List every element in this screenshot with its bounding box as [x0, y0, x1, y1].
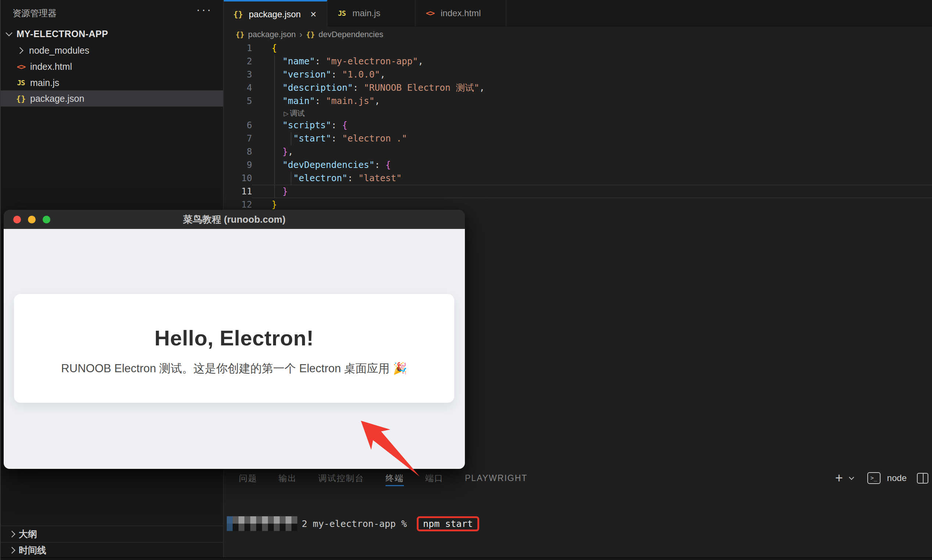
redacted-username-mosaic [227, 516, 297, 531]
explorer-title: 资源管理器 [12, 7, 57, 19]
line-number: 12 [224, 198, 252, 211]
breadcrumb-separator: › [300, 29, 303, 40]
panel-tab-bar: 问题 输出 调试控制台 终端 端口 PLAYWRIGHT [239, 469, 528, 487]
line-number: 10 [224, 172, 252, 185]
terminal-icon: >_ [867, 472, 881, 484]
sidebar-item-package-json[interactable]: {} package.json [1, 91, 223, 106]
new-terminal-icon[interactable]: + [835, 471, 843, 485]
breadcrumb-file[interactable]: package.json [248, 30, 296, 39]
line-number: 9 [224, 158, 252, 172]
breadcrumb-symbol[interactable]: devDependencies [318, 30, 383, 39]
js-icon: JS [335, 9, 348, 17]
panel-tab-output[interactable]: 输出 [278, 469, 297, 487]
chevron-right-icon [8, 547, 15, 553]
close-window-button[interactable] [13, 216, 21, 223]
html-icon: <> [424, 8, 436, 18]
hello-heading: Hello, Electron! [14, 326, 454, 350]
play-icon: ▷ [284, 110, 289, 117]
panel-tab-problems[interactable]: 问题 [239, 469, 257, 487]
chevron-right-icon [17, 47, 23, 54]
json-icon: {} [235, 30, 245, 39]
npm-start-annotation-box: npm start [417, 516, 479, 531]
json-icon: {} [306, 30, 315, 39]
terminal-view[interactable]: 2 my-electron-app % npm start > my-elect… [227, 495, 479, 560]
electron-app-window: 菜鸟教程 (runoob.com) Hello, Electron! RUNOO… [4, 210, 465, 469]
explorer-actions-icon[interactable]: ··· [196, 3, 212, 17]
code-line-8: 8 }, [224, 145, 932, 158]
indent-guide [274, 55, 275, 198]
minimize-window-button[interactable] [28, 216, 35, 223]
panel-tab-terminal[interactable]: 终端 [386, 469, 404, 487]
root-folder-label: MY-ELECTRON-APP [17, 29, 108, 39]
sidebar-item-index-html[interactable]: <> index.html [1, 58, 223, 75]
js-icon: JS [15, 78, 27, 87]
split-terminal-icon[interactable] [917, 473, 928, 483]
electron-window-body: Hello, Electron! RUNOOB Electron 测试。这是你创… [4, 229, 465, 469]
indent-guide [291, 172, 291, 185]
close-icon[interactable]: × [310, 9, 316, 20]
maximize-window-button[interactable] [43, 216, 50, 223]
terminal-prompt-line: 2 my-electron-app % npm start [227, 516, 479, 531]
tab-index-html[interactable]: <> index.html [416, 0, 506, 26]
window-controls [13, 216, 50, 223]
html-icon: <> [15, 62, 27, 71]
sidebar-section-outline[interactable]: 大纲 [1, 525, 224, 542]
editor[interactable]: 1{2 "name": "my-electron-app",3 "version… [224, 42, 932, 211]
tab-main-js[interactable]: JS main.js [328, 0, 416, 26]
sidebar-item-root[interactable]: MY-ELECTRON-APP [1, 26, 223, 42]
code-line-7: 7 "start": "electron ." [224, 132, 932, 145]
code-line-6: 6 "scripts": { [224, 119, 932, 132]
line-number: 3 [224, 68, 252, 81]
code-line-12: 12} [224, 198, 932, 211]
code-line-1: 1{ [224, 42, 932, 55]
line-number: 4 [224, 81, 252, 94]
line-number: 2 [224, 55, 252, 68]
panel-tab-ports[interactable]: 端口 [425, 469, 444, 487]
code-line-2: 2 "name": "my-electron-app", [224, 55, 932, 68]
panel-tab-debug-console[interactable]: 调试控制台 [318, 469, 364, 487]
line-number: 1 [224, 42, 252, 55]
indent-guide [291, 132, 291, 145]
json-icon: {} [15, 94, 27, 103]
json-icon: {} [232, 9, 245, 19]
electron-title-bar[interactable]: 菜鸟教程 (runoob.com) [4, 210, 465, 229]
code-line-11: 11 } [224, 185, 932, 198]
line-number: 11 [224, 185, 252, 198]
chevron-down-icon [6, 29, 12, 36]
terminal-instance-label[interactable]: node [887, 473, 907, 483]
tab-package-json[interactable]: {} package.json × [224, 0, 328, 27]
code-line-9: 9 "devDependencies": { [224, 158, 932, 172]
code-line-5: 5 "main": "main.js", [224, 94, 932, 108]
chevron-down-icon[interactable] [849, 475, 854, 480]
line-number: 5 [224, 94, 252, 108]
sidebar-section-timeline[interactable]: 时间线 [1, 542, 224, 558]
line-number: 7 [224, 132, 252, 145]
code-line-4: 4 "description": "RUNOOB Electron 测试", [224, 81, 932, 94]
line-number: 6 [224, 119, 252, 132]
sidebar-item-node-modules[interactable]: node_modules [1, 42, 223, 58]
codelens-debug[interactable]: ▷调试 [224, 108, 932, 119]
chevron-right-icon [8, 531, 15, 537]
line-number: 8 [224, 145, 252, 158]
electron-window-title: 菜鸟教程 (runoob.com) [183, 213, 286, 226]
panel-actions: + >_ node [835, 469, 928, 487]
sidebar-item-main-js[interactable]: JS main.js [1, 75, 223, 91]
breadcrumb: {} package.json › {} devDependencies [235, 28, 383, 41]
code-line-3: 3 "version": "1.0.0", [224, 68, 932, 81]
hello-subtitle: RUNOOB Electron 测试。这是你创建的第一个 Electron 桌面… [14, 361, 454, 376]
panel-tab-playwright[interactable]: PLAYWRIGHT [465, 469, 528, 487]
hello-card: Hello, Electron! RUNOOB Electron 测试。这是你创… [14, 294, 454, 403]
terminal-prompt: 2 my-electron-app % [302, 518, 412, 529]
vscode-window: 资源管理器 ··· MY-ELECTRON-APP node_modules <… [0, 0, 932, 560]
code-line-10: 10 "electron": "latest" [224, 172, 932, 185]
